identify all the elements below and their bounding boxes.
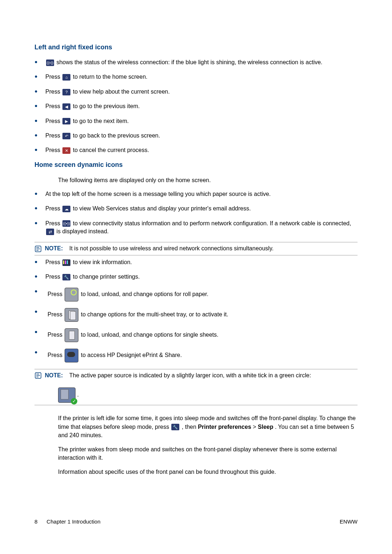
printer-preferences-label: Printer preferences bbox=[198, 424, 251, 430]
list-text: to return to the home screen. bbox=[73, 74, 147, 80]
list-text: Press bbox=[45, 220, 62, 226]
multi-sheet-tray-icon bbox=[65, 308, 78, 322]
heading-left-right: Left and right fixed icons bbox=[34, 44, 358, 51]
list-text: to load, unload, and change options for … bbox=[81, 332, 219, 338]
list-text: to cancel the current process. bbox=[73, 147, 149, 153]
list-text: Press bbox=[45, 274, 62, 280]
list-text: is displayed instead. bbox=[56, 228, 109, 234]
sleep-para: If the printer is left idle for some tim… bbox=[34, 414, 358, 439]
list-home-1: At the top left of the home screen is a … bbox=[34, 190, 358, 236]
list-home-3: Press to load, unload, and change option… bbox=[34, 288, 358, 362]
wake-para: The printer wakes from sleep mode and sw… bbox=[34, 445, 358, 462]
list-item: ((•)) shows the status of the wireless c… bbox=[34, 58, 358, 66]
back-icon: ↶ bbox=[62, 133, 70, 139]
text: , then bbox=[182, 424, 198, 430]
home-icon: ⌂ bbox=[62, 74, 70, 81]
sleep-label: Sleep bbox=[258, 424, 273, 430]
info-para: Information about specific uses of the f… bbox=[34, 468, 358, 476]
list-item: Press ✕ to cancel the current process. bbox=[34, 146, 358, 154]
list-text: Press bbox=[45, 118, 62, 124]
list-item: Press to load, unload, and change option… bbox=[34, 288, 358, 301]
list-text: to access HP Designjet ePrint & Share. bbox=[81, 352, 182, 358]
note-text: It is not possible to use wireless and w… bbox=[69, 245, 274, 251]
list-item: At the top left of the home screen is a … bbox=[34, 190, 358, 198]
roll-paper-icon bbox=[65, 288, 78, 301]
single-sheet-icon bbox=[65, 328, 78, 342]
prev-icon: ◀ bbox=[62, 103, 70, 110]
list-item: Press to view ink information. bbox=[34, 258, 358, 266]
note-label: NOTE: bbox=[45, 245, 63, 251]
note-text: . bbox=[77, 392, 78, 398]
list-text: Press bbox=[45, 205, 62, 212]
list-item: Press to change options for the multi-sh… bbox=[34, 308, 358, 322]
list-item: Press ? to view help about the current s… bbox=[34, 88, 358, 96]
list-text: Press bbox=[48, 352, 64, 358]
settings-icon: 🔧 bbox=[62, 274, 70, 280]
list-item: Press to load, unload, and change option… bbox=[34, 328, 358, 342]
list-item: Press ((•)) to view connectivity status … bbox=[34, 219, 358, 236]
list-home-2: Press to view ink information. Press 🔧 t… bbox=[34, 258, 358, 281]
page-footer: 8 Chapter 1 Introduction ENWW bbox=[0, 518, 392, 525]
list-text: shows the status of the wireless connect… bbox=[56, 59, 322, 65]
list-item: Press to access HP Designjet ePrint & Sh… bbox=[34, 349, 358, 362]
list-text: to go to the previous item. bbox=[73, 103, 140, 109]
list-text: Press bbox=[45, 259, 62, 265]
next-icon: ▶ bbox=[62, 118, 70, 124]
list-item: Press ◀ to go to the previous item. bbox=[34, 102, 358, 110]
list-text: to change options for the multi-sheet tr… bbox=[81, 311, 228, 317]
list-text: to go back to the previous screen. bbox=[73, 132, 160, 139]
note-wireless-wired: NOTE: It is not possible to use wireless… bbox=[34, 242, 358, 255]
list-text: to view help about the current screen. bbox=[73, 89, 170, 95]
list-text: to change printer settings. bbox=[73, 274, 140, 280]
list-text: Press bbox=[45, 147, 62, 153]
wireless-icon: ((•)) bbox=[46, 59, 54, 66]
settings-icon: 🔧 bbox=[171, 424, 179, 430]
intro-text: The following items are displayed only o… bbox=[34, 176, 358, 184]
note-label: NOTE: bbox=[45, 372, 63, 378]
list-text: to view Web Services status and display … bbox=[73, 205, 251, 212]
web-services-icon: ☁ bbox=[62, 206, 70, 212]
note-active-source: NOTE: The active paper source is indicat… bbox=[34, 369, 358, 406]
list-text: At the top left of the home screen is a … bbox=[45, 191, 271, 197]
footer-right: ENWW bbox=[340, 518, 358, 525]
cancel-icon: ✕ bbox=[62, 147, 70, 154]
wired-status-icon: ⇄ bbox=[46, 229, 54, 235]
note-text: The active paper source is indicated by … bbox=[69, 372, 311, 378]
page-number: 8 bbox=[34, 518, 37, 525]
list-text: to go to the next item. bbox=[73, 118, 129, 124]
chapter-label: Chapter 1 Introduction bbox=[46, 518, 100, 525]
list-text: to view connectivity status information … bbox=[73, 220, 351, 226]
list-text: Press bbox=[45, 74, 62, 80]
list-text: Press bbox=[45, 103, 62, 109]
list-text: to load, unload, and change options for … bbox=[81, 291, 208, 297]
list-left-right: ((•)) shows the status of the wireless c… bbox=[34, 58, 358, 155]
note-icon bbox=[34, 372, 42, 379]
wireless-status-icon: ((•)) bbox=[62, 220, 70, 227]
help-icon: ? bbox=[62, 89, 70, 95]
list-text: Press bbox=[45, 132, 62, 139]
list-item: Press 🔧 to change printer settings. bbox=[34, 273, 358, 281]
note-icon bbox=[34, 245, 42, 253]
list-text: Press bbox=[48, 332, 64, 338]
list-item: Press ↶ to go back to the previous scree… bbox=[34, 132, 358, 140]
text: > bbox=[253, 424, 258, 430]
active-source-tick-icon bbox=[58, 387, 75, 403]
list-text: Press bbox=[48, 311, 64, 317]
heading-home-dynamic: Home screen dynamic icons bbox=[34, 161, 358, 169]
ink-icon bbox=[62, 259, 70, 266]
eprint-share-icon bbox=[65, 349, 78, 362]
list-text: Press bbox=[48, 291, 64, 297]
list-item: Press ☁ to view Web Services status and … bbox=[34, 205, 358, 213]
list-item: Press ⌂ to return to the home screen. bbox=[34, 73, 358, 81]
list-item: Press ▶ to go to the next item. bbox=[34, 117, 358, 125]
list-text: to view ink information. bbox=[73, 259, 132, 265]
list-text: Press bbox=[45, 89, 62, 95]
note-circle-line: . bbox=[58, 387, 79, 403]
